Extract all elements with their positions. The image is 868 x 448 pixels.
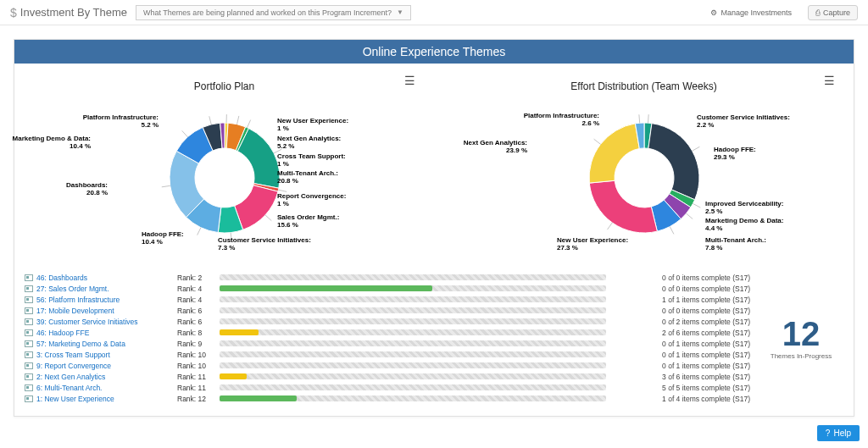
theme-link[interactable]: 3: Cross Team Support — [36, 351, 110, 359]
big-number-label: Themes In-Progress — [771, 352, 832, 360]
banner: Online Experience Themes — [14, 40, 854, 64]
big-number-value: 12 — [782, 317, 821, 351]
work-item-icon — [25, 351, 33, 358]
work-item-icon — [25, 318, 33, 325]
selector-text: What Themes are being planned and worked… — [143, 8, 392, 17]
rank-value: Rank: 12 — [177, 393, 211, 404]
capture-button[interactable]: ⎙ Capture — [808, 5, 858, 20]
svg-line-8 — [161, 185, 170, 186]
list-item: 3: Cross Team Support — [25, 349, 169, 360]
work-item-icon — [25, 307, 33, 314]
progress-bar — [220, 327, 606, 338]
progress-bar — [220, 360, 606, 371]
theme-link[interactable]: 6: Multi-Tenant Arch. — [36, 384, 102, 392]
svg-line-13 — [693, 203, 700, 207]
list-item: 17: Mobile Development — [25, 305, 169, 316]
theme-link[interactable]: 1: New User Experience — [36, 395, 114, 403]
status-text: 0 of 1 items complete (S17) — [615, 349, 750, 360]
status-text: 1 of 1 items complete (S17) — [615, 294, 750, 305]
page-title: Investment By Theme — [20, 6, 127, 19]
toolbar: $ Investment By Theme What Themes are be… — [0, 0, 868, 25]
capture-label: Capture — [823, 8, 850, 17]
theme-link[interactable]: 17: Mobile Development — [36, 307, 114, 315]
theme-link[interactable]: 46: Dashboards — [36, 274, 87, 282]
theme-link[interactable]: 9: Report Convergence — [36, 362, 111, 370]
pie-segment-label: Customer Service Initiatives:2.2 % — [697, 114, 790, 130]
theme-link[interactable]: 39: Customer Service Initiatives — [36, 318, 138, 326]
svg-line-5 — [264, 215, 270, 221]
rank-value: Rank: 4 — [177, 294, 211, 305]
list-item: 27: Sales Order Mgmt. — [25, 283, 169, 294]
theme-link[interactable]: 56: Platform Infrastructure — [36, 296, 120, 304]
pie-segment-label: Sales Order Mgmt.:15.6 % — [277, 214, 339, 230]
rank-value: Rank: 10 — [177, 349, 211, 360]
status-text: 0 of 0 items complete (S17) — [615, 272, 750, 283]
themes-list: 46: Dashboards 27: Sales Order Mgmt. 56:… — [14, 267, 854, 416]
page-title-wrap: $ Investment By Theme — [10, 6, 127, 19]
pie-segment-label: Hadoop FFE:29.3 % — [714, 147, 756, 162]
list-item: 9: Report Convergence — [25, 360, 169, 371]
theme-question-selector[interactable]: What Themes are being planned and worked… — [136, 5, 411, 20]
work-item-icon — [25, 274, 33, 281]
help-label: Help — [833, 429, 851, 438]
work-item-icon — [25, 384, 33, 391]
rank-value: Rank: 11 — [177, 371, 211, 382]
status-text: 3 of 6 items complete (S17) — [615, 371, 750, 382]
list-item: 2: Next Gen Analytics — [25, 371, 169, 382]
status-text: 0 of 2 items complete (S17) — [615, 316, 750, 327]
svg-line-16 — [607, 223, 612, 230]
work-item-icon — [25, 285, 33, 292]
svg-line-10 — [209, 116, 210, 124]
list-item: 1: New User Experience — [25, 393, 169, 404]
pie-segment-label: Multi-Tenant Arch.:7.8 % — [705, 237, 766, 252]
rank-value: Rank: 11 — [177, 382, 211, 393]
progress-bar — [220, 283, 606, 294]
pie-segment-label: Next Gen Analytics:5.2 % — [277, 136, 341, 151]
progress-bar — [220, 338, 606, 349]
svg-line-11 — [648, 114, 648, 123]
theme-link[interactable]: 46: Hadoop FFE — [36, 329, 89, 337]
progress-bar — [220, 294, 606, 305]
svg-line-1 — [236, 116, 238, 124]
manage-investments-label: Manage Investments — [721, 8, 792, 17]
list-item: 6: Multi-Tenant Arch. — [25, 382, 169, 393]
svg-line-2 — [247, 120, 250, 128]
portfolio-plan-title: Portfolio Plan — [14, 64, 434, 97]
svg-line-12 — [692, 147, 699, 151]
chevron-down-icon: ▼ — [397, 8, 403, 16]
pie-segment-label: Hadoop FFE:10.4 % — [142, 231, 184, 246]
progress-bar — [220, 272, 606, 283]
work-item-icon — [25, 395, 33, 402]
list-item: 57: Marketing Demo & Data — [25, 338, 169, 349]
chart-menu-icon[interactable]: ☰ — [824, 74, 835, 87]
dollar-icon: $ — [10, 6, 17, 19]
work-item-icon — [25, 362, 33, 369]
work-item-icon — [25, 373, 33, 380]
rank-value: Rank: 10 — [177, 360, 211, 371]
rank-value: Rank: 9 — [177, 338, 211, 349]
progress-bar — [220, 382, 606, 393]
chart-menu-icon[interactable]: ☰ — [404, 74, 415, 87]
list-item: 39: Customer Service Initiatives — [25, 316, 169, 327]
list-item: 56: Platform Infrastructure — [25, 294, 169, 305]
work-item-icon — [25, 329, 33, 336]
help-button[interactable]: ? Help — [817, 425, 860, 441]
list-item: 46: Dashboards — [25, 272, 169, 283]
work-item-icon — [25, 340, 33, 347]
pie-segment-label: Multi-Tenant Arch.:20.8 % — [277, 170, 338, 185]
pie-segment-label: Dashboards:20.8 % — [66, 182, 108, 197]
pie-segment-label: Platform Infrastructure:2.6 % — [524, 113, 599, 128]
status-text: 0 of 0 items complete (S17) — [615, 283, 750, 294]
effort-distribution-title: Effort Distribution (Team Weeks) — [434, 64, 854, 97]
manage-investments-button[interactable]: ⚙ Manage Investments — [703, 5, 799, 20]
pie-segment-label: New User Experience:27.3 % — [557, 237, 628, 252]
work-item-icon — [25, 296, 33, 303]
pie-segment-label: Cross Team Support:1 % — [277, 153, 346, 169]
theme-link[interactable]: 2: Next Gen Analytics — [36, 373, 105, 381]
pie-segment-label: Marketing Demo & Data:10.4 % — [13, 136, 91, 151]
theme-link[interactable]: 57: Marketing Demo & Data — [36, 340, 125, 348]
progress-bar — [220, 305, 606, 316]
rank-value: Rank: 2 — [177, 272, 211, 283]
theme-link[interactable]: 27: Sales Order Mgmt. — [36, 285, 109, 293]
svg-line-18 — [638, 114, 639, 123]
